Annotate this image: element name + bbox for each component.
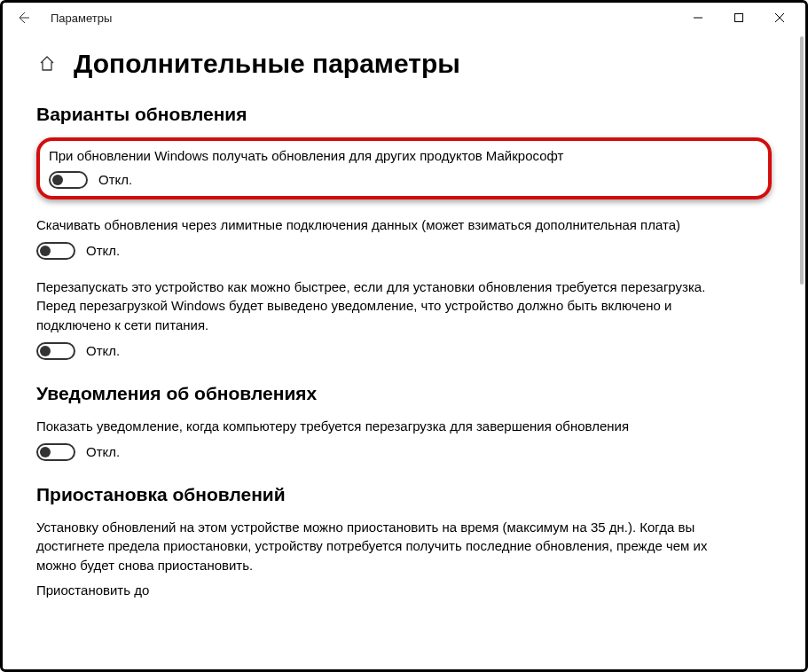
minimize-button[interactable] (678, 3, 718, 33)
option-other-microsoft-products: При обновлении Windows получать обновлен… (49, 146, 759, 189)
toggle-restart-notification[interactable] (36, 443, 75, 461)
home-button[interactable] (36, 53, 58, 74)
maximize-icon (733, 12, 744, 23)
option-restart-asap: Перезапускать это устройство как можно б… (36, 277, 772, 360)
option-restart-notification: Показать уведомление, когда компьютеру т… (36, 417, 772, 461)
toggle-other-microsoft-products[interactable] (49, 171, 88, 189)
page-header: Дополнительные параметры (36, 49, 772, 79)
toggle-state-label: Откл. (98, 172, 132, 187)
settings-window: Параметры (0, 0, 808, 672)
arrow-left-icon (16, 11, 30, 25)
close-button[interactable] (759, 3, 800, 33)
content-area: Дополнительные параметры Варианты обновл… (3, 33, 805, 669)
option-label: При обновлении Windows получать обновлен… (49, 146, 759, 166)
highlighted-option: При обновлении Windows получать обновлен… (36, 137, 772, 199)
title-bar: Параметры (3, 3, 805, 33)
option-metered-connection: Скачивать обновления через лимитные подк… (36, 215, 772, 260)
toggle-state-label: Откл. (86, 343, 120, 358)
minimize-icon (693, 12, 703, 23)
section-title-update-options: Варианты обновления (36, 104, 772, 125)
window-title: Параметры (51, 12, 112, 25)
toggle-state-label: Откл. (86, 444, 120, 459)
home-icon (38, 55, 56, 73)
svg-rect-1 (735, 14, 743, 22)
toggle-restart-asap[interactable] (36, 342, 75, 360)
section-title-notifications: Уведомления об обновлениях (36, 383, 772, 404)
section-title-pause: Приостановка обновлений (36, 484, 772, 505)
toggle-metered-connection[interactable] (36, 242, 75, 260)
option-label: Перезапускать это устройство как можно б… (36, 277, 746, 335)
pause-description: Установку обновлений на этом устройстве … (36, 518, 746, 575)
back-button[interactable] (8, 3, 38, 33)
toggle-state-label: Откл. (86, 243, 120, 258)
pause-until-label: Приостановить до (36, 582, 772, 598)
pause-description-block: Установку обновлений на этом устройстве … (36, 518, 772, 575)
option-label: Показать уведомление, когда компьютеру т… (36, 417, 772, 436)
page-title: Дополнительные параметры (74, 49, 460, 79)
close-icon (774, 12, 785, 23)
option-label: Скачивать обновления через лимитные подк… (36, 215, 772, 235)
maximize-button[interactable] (718, 3, 759, 33)
